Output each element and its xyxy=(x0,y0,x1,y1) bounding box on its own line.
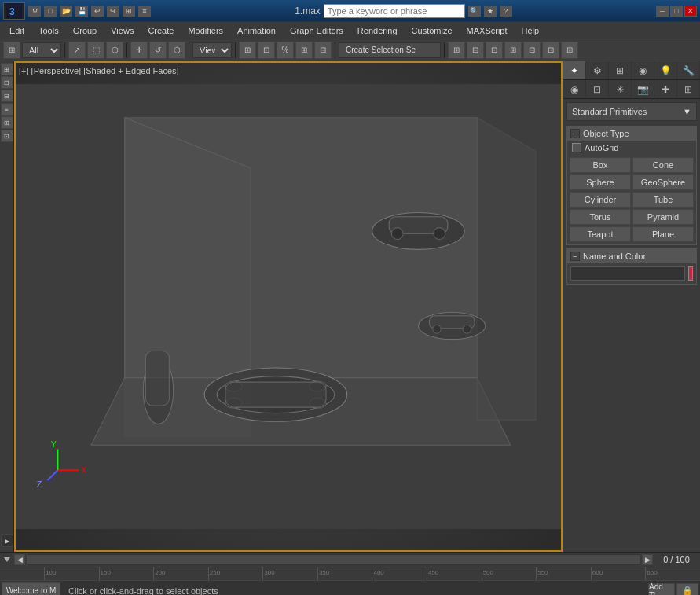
filter-dropdown[interactable]: All xyxy=(22,42,61,58)
create-selection-btn[interactable]: Create Selection Se xyxy=(339,42,441,58)
select-region-btn[interactable]: ⬚ xyxy=(87,42,104,59)
open-btn[interactable]: 📂 xyxy=(60,6,72,17)
r-tick-650: 650 xyxy=(645,567,700,580)
menu-tools[interactable]: Tools xyxy=(32,24,65,37)
menu-rendering[interactable]: Rendering xyxy=(351,24,404,37)
rp-modify-icon[interactable]: ⚙ xyxy=(586,61,609,79)
rp-hierarchy-icon[interactable]: ⊞ xyxy=(609,61,632,79)
lt-play-btn[interactable]: ▶ xyxy=(1,534,13,547)
tb-icon7[interactable]: ⊞ xyxy=(561,42,578,59)
select-filter-icon[interactable]: ⊞ xyxy=(3,42,20,59)
select-btn[interactable]: ↗ xyxy=(68,42,86,59)
percent-btn[interactable]: % xyxy=(277,42,294,59)
close-btn[interactable]: ✕ xyxy=(684,6,697,17)
timeline-bar[interactable] xyxy=(27,554,640,565)
extra-tb2[interactable]: ⊟ xyxy=(314,42,332,59)
menu-create[interactable]: Create xyxy=(141,24,180,37)
lock-icon[interactable]: 🔒 xyxy=(676,583,698,596)
status-message: Click or click-and-drag to select object… xyxy=(62,586,647,596)
tb-icon5[interactable]: ⊟ xyxy=(523,42,541,59)
object-type-label: Object Type xyxy=(583,129,629,138)
minimize-btn[interactable]: ─ xyxy=(656,6,669,17)
obj-btn-geosphere[interactable]: GeoSphere xyxy=(632,174,694,190)
object-type-collapse[interactable]: − xyxy=(570,129,580,138)
obj-btn-sphere[interactable]: Sphere xyxy=(570,174,631,190)
menu-help[interactable]: Help xyxy=(515,24,546,37)
rp-camera-icon[interactable]: 📷 xyxy=(632,80,654,98)
move-btn[interactable]: ✛ xyxy=(130,42,148,59)
rp-helper-icon[interactable]: ✚ xyxy=(654,80,677,98)
viewport[interactable]: [+] [Perspective] [Shaded + Edged Faces] xyxy=(14,61,563,552)
menu-animation[interactable]: Animation xyxy=(231,24,282,37)
timeline-next-btn[interactable]: ▶ xyxy=(642,554,653,565)
search-icon-btn[interactable]: 🔍 xyxy=(468,6,481,17)
extra-btn1[interactable]: ⊞ xyxy=(123,6,135,17)
tb-icon1[interactable]: ⊞ xyxy=(448,42,465,59)
rp-space-icon[interactable]: ⊞ xyxy=(677,80,700,98)
name-color-collapse[interactable]: − xyxy=(570,252,580,261)
color-swatch[interactable] xyxy=(688,266,693,281)
rp-icon-row-1: ✦ ⚙ ⊞ ◉ 💡 🔧 xyxy=(563,61,700,80)
rp-display-icon[interactable]: 💡 xyxy=(654,61,677,79)
menu-customize[interactable]: Customize xyxy=(405,24,459,37)
rp-geom-icon[interactable]: ◉ xyxy=(563,80,586,98)
lt-btn-3[interactable]: ⊟ xyxy=(1,90,13,102)
autogrid-checkbox[interactable] xyxy=(572,143,581,152)
menu-modifiers[interactable]: Modifiers xyxy=(181,24,229,37)
rp-create-icon[interactable]: ✦ xyxy=(563,61,586,79)
name-input[interactable] xyxy=(570,266,685,281)
new-btn[interactable]: □ xyxy=(44,6,57,17)
redo-btn[interactable]: ↪ xyxy=(107,6,119,17)
menu-maxscript[interactable]: MAXScript xyxy=(460,24,514,37)
lt-btn-2[interactable]: ⊡ xyxy=(1,76,13,89)
scale-btn[interactable]: ⬡ xyxy=(168,42,185,59)
title-icon-btn[interactable]: ⚙ xyxy=(28,6,41,17)
lasso-btn[interactable]: ⬡ xyxy=(106,42,123,59)
obj-btn-box[interactable]: Box xyxy=(570,157,631,173)
tb-icon2[interactable]: ⊟ xyxy=(467,42,484,59)
obj-btn-pyramid[interactable]: Pyramid xyxy=(632,209,694,225)
svg-text:Z: Z xyxy=(37,479,42,489)
tb-icon4[interactable]: ⊞ xyxy=(504,42,522,59)
menu-graph-editors[interactable]: Graph Editors xyxy=(284,24,350,37)
tb-icon3[interactable]: ⊡ xyxy=(486,42,503,59)
menu-group[interactable]: Group xyxy=(67,24,104,37)
add-time-btn[interactable]: Add Ti... xyxy=(648,583,675,596)
undo-btn[interactable]: ↩ xyxy=(91,6,104,17)
help-btn[interactable]: ? xyxy=(500,6,512,17)
lt-btn-4[interactable]: ≡ xyxy=(1,103,13,116)
lt-btn-1[interactable]: ⊞ xyxy=(1,63,13,75)
timeline-collapse-btn[interactable] xyxy=(0,555,14,564)
rotate-btn[interactable]: ↺ xyxy=(149,42,167,59)
save-btn[interactable]: 💾 xyxy=(75,6,88,17)
viewport-label: [+] [Perspective] [Shaded + Edged Faces] xyxy=(19,66,179,75)
align-btn[interactable]: ⊡ xyxy=(258,42,275,59)
obj-btn-plane[interactable]: Plane xyxy=(632,226,694,242)
search-box[interactable] xyxy=(324,4,465,18)
view-dropdown[interactable]: View xyxy=(192,42,232,58)
rp-utilities-icon[interactable]: 🔧 xyxy=(677,61,700,79)
extra-tb1[interactable]: ⊞ xyxy=(295,42,313,59)
extra-btn2[interactable]: ≡ xyxy=(138,6,151,17)
rp-light-icon[interactable]: ☀ xyxy=(609,80,632,98)
obj-btn-cone[interactable]: Cone xyxy=(632,157,694,173)
lt-btn-5[interactable]: ⊞ xyxy=(1,116,13,129)
star-btn[interactable]: ★ xyxy=(484,6,497,17)
obj-btn-tube[interactable]: Tube xyxy=(632,192,694,208)
menu-edit[interactable]: Edit xyxy=(3,24,31,37)
menu-views[interactable]: Views xyxy=(104,24,140,37)
obj-btn-torus[interactable]: Torus xyxy=(570,209,631,225)
rp-motion-icon[interactable]: ◉ xyxy=(632,61,654,79)
obj-btn-cylinder[interactable]: Cylinder xyxy=(570,192,631,208)
search-input[interactable] xyxy=(324,5,450,17)
maximize-btn[interactable]: □ xyxy=(670,6,683,17)
viewport-canvas[interactable]: X Y Z xyxy=(16,63,561,550)
primitives-dropdown[interactable]: Standard Primitives ▼ xyxy=(566,102,697,121)
obj-btn-teapot[interactable]: Teapot xyxy=(570,226,631,242)
lt-btn-6[interactable]: ⊡ xyxy=(1,130,13,142)
mirror-btn[interactable]: ⊞ xyxy=(239,42,256,59)
timeline-prev-btn[interactable]: ◀ xyxy=(14,554,25,565)
rp-shape-icon[interactable]: ⊡ xyxy=(586,80,609,98)
name-color-label: Name and Color xyxy=(583,252,646,261)
tb-icon6[interactable]: ⊡ xyxy=(542,42,559,59)
